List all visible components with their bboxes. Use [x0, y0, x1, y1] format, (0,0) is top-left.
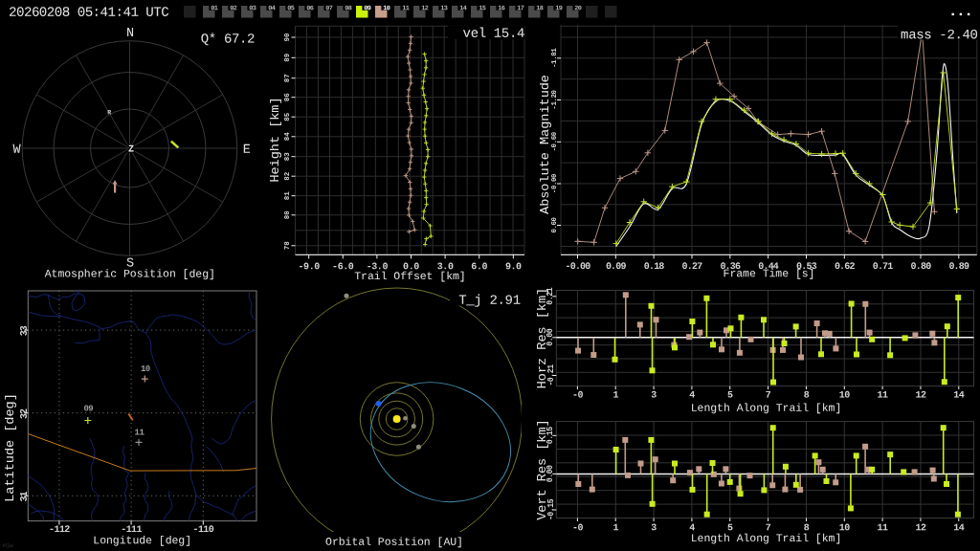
svg-text:-0.00: -0.00	[565, 261, 590, 272]
svg-text:10: 10	[839, 389, 851, 400]
svg-text:06: 06	[306, 4, 314, 11]
svg-text:3: 3	[651, 522, 657, 533]
svg-text:0.89: 0.89	[948, 261, 969, 272]
svg-text:10: 10	[141, 364, 150, 374]
svg-text:14: 14	[459, 4, 467, 11]
svg-text:0.62: 0.62	[835, 261, 856, 272]
svg-text:82: 82	[283, 171, 291, 181]
svg-text:0.18: 0.18	[644, 261, 665, 272]
svg-text:Latitude [deg]: Latitude [deg]	[3, 393, 17, 502]
svg-text:1: 1	[612, 522, 618, 533]
svg-text:12: 12	[915, 389, 926, 400]
svg-text:W: W	[13, 143, 22, 157]
svg-text:0.60: 0.60	[550, 216, 558, 232]
svg-text:09: 09	[83, 405, 93, 414]
svg-text:32: 32	[19, 408, 30, 419]
svg-text:84: 84	[283, 132, 291, 142]
svg-text:T_j 2.91: T_j 2.91	[458, 293, 520, 308]
svg-text:3: 3	[651, 389, 657, 400]
svg-text:-110: -110	[192, 524, 213, 535]
svg-text:5: 5	[727, 389, 733, 400]
svg-text:04: 04	[268, 4, 276, 11]
svg-text:11: 11	[878, 522, 889, 533]
svg-text:85: 85	[283, 112, 291, 121]
svg-text:Atmospheric Position [deg]: Atmospheric Position [deg]	[45, 268, 215, 280]
svg-text:87: 87	[283, 74, 291, 82]
svg-text:Length Along Trail [km]: Length Along Trail [km]	[691, 402, 842, 414]
svg-text:20: 20	[574, 4, 582, 11]
svg-text:15: 15	[479, 4, 486, 11]
svg-text:E: E	[243, 143, 251, 157]
svg-text:Height [km]: Height [km]	[268, 97, 282, 182]
svg-text:-0: -0	[572, 389, 584, 400]
svg-text:R: R	[107, 109, 111, 116]
svg-text:-1.81: -1.81	[550, 48, 558, 68]
svg-text:80: 80	[283, 210, 291, 220]
svg-text:05: 05	[287, 4, 295, 11]
svg-text:Q* 67.2: Q* 67.2	[201, 31, 255, 46]
svg-text:Absolute Magnitude: Absolute Magnitude	[538, 75, 552, 214]
svg-text:08: 08	[345, 4, 352, 11]
svg-text:Vert Res [km]: Vert Res [km]	[535, 419, 549, 519]
svg-text:83: 83	[283, 152, 291, 162]
svg-text:13: 13	[440, 4, 448, 11]
svg-text:vel 15.4: vel 15.4	[463, 26, 524, 41]
svg-text:0.71: 0.71	[873, 261, 894, 272]
svg-text:78: 78	[283, 241, 291, 251]
svg-text:Trail Offset [km]: Trail Offset [km]	[354, 270, 465, 282]
svg-text:0.09: 0.09	[606, 261, 627, 272]
svg-text:86: 86	[283, 93, 291, 102]
svg-text:01: 01	[211, 4, 218, 11]
svg-text:33: 33	[19, 325, 30, 336]
svg-text:12: 12	[421, 4, 429, 11]
svg-text:-9.0: -9.0	[298, 261, 320, 272]
svg-text:-6.0: -6.0	[332, 261, 354, 272]
svg-text:mjw: mjw	[3, 542, 13, 549]
svg-text:11: 11	[402, 4, 410, 11]
svg-text:11: 11	[878, 389, 889, 400]
svg-text:10: 10	[383, 4, 390, 11]
svg-text:N: N	[126, 26, 134, 40]
svg-text:14: 14	[953, 522, 965, 533]
svg-text:07: 07	[325, 4, 333, 11]
svg-text:mass -2.40: mass -2.40	[901, 27, 978, 42]
svg-text:Horz Res [km]: Horz Res [km]	[535, 288, 549, 388]
svg-text:4: 4	[689, 389, 695, 400]
svg-text:Length Along Trail [km]: Length Along Trail [km]	[691, 532, 842, 544]
svg-text:Longitude [deg]: Longitude [deg]	[93, 534, 191, 546]
svg-text:0.27: 0.27	[682, 261, 703, 272]
svg-text:1: 1	[612, 389, 618, 400]
svg-text:90: 90	[283, 33, 291, 42]
svg-text:6.0: 6.0	[471, 261, 487, 272]
svg-text:-0: -0	[572, 522, 584, 533]
svg-text:89: 89	[283, 53, 291, 62]
svg-text:Z: Z	[128, 144, 134, 155]
svg-text:Orbital Position [AU]: Orbital Position [AU]	[325, 536, 463, 548]
svg-text:8: 8	[804, 389, 810, 400]
svg-text:-112: -112	[49, 524, 70, 535]
svg-text:20260208 05:41:41 UTC: 20260208 05:41:41 UTC	[9, 5, 168, 20]
svg-text:31: 31	[19, 492, 30, 502]
svg-text:18: 18	[536, 4, 544, 11]
svg-text:0.80: 0.80	[911, 261, 932, 272]
svg-text:12: 12	[915, 522, 926, 533]
svg-text:02: 02	[230, 4, 237, 11]
svg-text:14: 14	[953, 389, 965, 400]
svg-text:7: 7	[766, 389, 771, 400]
svg-text:11: 11	[135, 428, 145, 437]
svg-text:03: 03	[249, 4, 256, 11]
svg-text:Frame Time [s]: Frame Time [s]	[724, 267, 815, 279]
svg-text:16: 16	[498, 4, 505, 11]
svg-text:9.0: 9.0	[505, 261, 522, 272]
svg-text:09: 09	[364, 4, 371, 11]
svg-text:19: 19	[555, 4, 563, 11]
svg-text:17: 17	[517, 4, 524, 11]
svg-text:81: 81	[283, 191, 291, 201]
